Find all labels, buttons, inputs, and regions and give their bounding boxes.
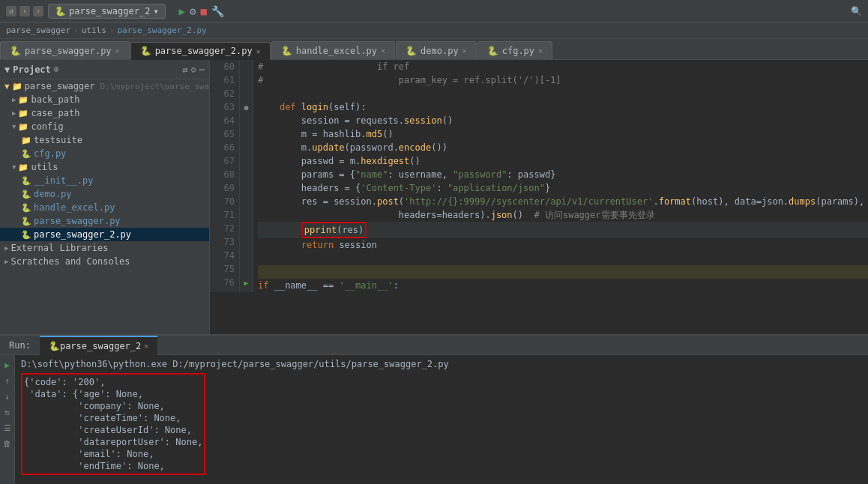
scroll-up-btn[interactable]: ↑	[1, 375, 13, 387]
tree-label: demo.py	[34, 189, 72, 199]
bottom-panel: Run: 🐍 parse_swagger_2 ✕ ▶ ↑ ↓ ⇆ ☰ 🗑 D:\…	[0, 334, 868, 484]
sidebar: ▼ Project ⊕ ⇄ ⚙ — ▼ 📁 parse_swagger D:\m…	[0, 60, 210, 334]
tree-parse-swagger-py[interactable]: 🐍 parse_swagger.py	[0, 214, 209, 228]
close-icon[interactable]: ✕	[538, 46, 543, 55]
code-line-73: return session	[258, 238, 868, 252]
tree-testsuite[interactable]: 📁 testsuite	[0, 133, 209, 147]
toolbar-icons: ▶ ⚙ ■ 🔧	[179, 5, 224, 17]
tree-handle-excel-py[interactable]: 🐍 handle_excel.py	[0, 201, 209, 214]
code-view: 60 61 62 63 64 65 66 67 68 69 70 71 72 7…	[210, 60, 868, 292]
tree-label: handle_excel.py	[34, 202, 115, 213]
trash-btn[interactable]: 🗑	[1, 438, 13, 450]
tb-forward[interactable]: ›	[33, 6, 43, 16]
tree-label: case_path	[31, 108, 79, 118]
tree-case-path[interactable]: ▶ 📁 case_path	[0, 106, 209, 120]
list-btn[interactable]: ☰	[1, 422, 13, 434]
code-line-70: res = session.post('http://{}:9999//sysc…	[258, 195, 868, 208]
tree-config[interactable]: ▼ 📁 config	[0, 120, 209, 133]
tree-root-path: D:\myproject\parse_swagger	[100, 82, 209, 91]
search-icon[interactable]: 🔍	[851, 6, 862, 16]
tb-refresh[interactable]: ↺	[6, 6, 16, 16]
code-line-68: params = {"name": username, "password": …	[258, 168, 868, 181]
close-icon[interactable]: ✕	[462, 46, 467, 55]
project-triangle: ▼	[4, 64, 10, 75]
file-icon: 🐍	[21, 230, 31, 240]
tree-init-py[interactable]: 🐍 __init__.py	[0, 174, 209, 187]
tab-parse-swagger[interactable]: 🐍 parse_swagger.py ✕	[0, 41, 130, 59]
folder-icon: 📁	[18, 95, 28, 105]
gutter: ● ▶	[240, 60, 253, 292]
close-icon[interactable]: ✕	[381, 46, 385, 55]
chevron-icon: ▼	[12, 163, 16, 171]
file-icon: 🐍	[21, 203, 31, 213]
tab-cfg[interactable]: 🐍 cfg.py ✕	[477, 41, 552, 59]
code-line-60: # if ref	[258, 60, 868, 73]
cmd-text: D:\soft\python36\python.exe D:/myproject…	[21, 359, 449, 369]
scroll-down-btn[interactable]: ↓	[1, 390, 13, 402]
tab-label: parse_swagger.py	[25, 46, 112, 56]
file-icon: 🐍	[21, 190, 31, 199]
minimize-icon[interactable]: —	[199, 64, 205, 75]
play-btn[interactable]: ▶	[1, 359, 13, 371]
tab-label: handle_excel.py	[296, 46, 377, 56]
folder-icon: 📁	[21, 136, 31, 145]
close-icon[interactable]: ✕	[144, 342, 148, 350]
chevron-icon: ▶	[4, 258, 8, 265]
tree-label: config	[31, 121, 63, 132]
tab-icon: 🐍	[406, 46, 417, 56]
tree-label: utils	[31, 162, 58, 172]
tree-scratches[interactable]: ▶ Scratches and Consoles	[0, 255, 209, 268]
settings-icon[interactable]: ⚙	[191, 64, 196, 75]
code-line-74	[258, 252, 868, 265]
tree-utils[interactable]: ▼ 📁 utils	[0, 160, 209, 174]
console-output[interactable]: D:\soft\python36\python.exe D:/myproject…	[15, 355, 868, 484]
output-box: {'code': '200', 'data': {'age': None, 'c…	[21, 373, 205, 475]
code-line-64: session = requests.session()	[258, 114, 868, 127]
project-header: ▼ Project ⊕ ⇄ ⚙ —	[0, 60, 209, 79]
title-tab[interactable]: 🐍 parse_swagger_2 ▾	[48, 4, 166, 19]
tree-back-path[interactable]: ▶ 📁 back_path	[0, 93, 209, 106]
tab-demo[interactable]: 🐍 demo.py ✕	[396, 41, 477, 59]
breadcrumb-file[interactable]: parse_swagger_2.py	[117, 25, 206, 35]
run-command: D:\soft\python36\python.exe D:/myproject…	[21, 358, 862, 370]
tree-cfg-py[interactable]: 🐍 cfg.py	[0, 147, 209, 160]
breadcrumb: parse_swagger › utils › parse_swagger_2.…	[0, 22, 868, 39]
file-icon: 🐍	[21, 149, 31, 159]
project-icon: ⊕	[54, 64, 59, 74]
code-line-67: passwd = m.hexdigest()	[258, 154, 868, 168]
tab-parse-swagger-2[interactable]: 🐍 parse_swagger_2.py ✕	[130, 42, 271, 60]
code-line-71: headers=headers).json() # 访问swagger需要事先登…	[258, 208, 868, 222]
close-icon[interactable]: ✕	[115, 46, 120, 55]
tree-label: parse_swagger_2.py	[34, 229, 131, 240]
editor-content[interactable]: 60 61 62 63 64 65 66 67 68 69 70 71 72 7…	[210, 60, 868, 334]
tb-back[interactable]: ‹	[19, 6, 30, 16]
tree-parse-swagger-2-py[interactable]: 🐍 parse_swagger_2.py	[0, 228, 209, 241]
title-bar-controls: ↺ ‹ ›	[6, 6, 43, 16]
folder-open-icon: 📁	[12, 82, 22, 91]
breadcrumb-root[interactable]: parse_swagger	[6, 25, 70, 35]
tree-label: back_path	[31, 94, 79, 105]
sync-icon[interactable]: ⇄	[182, 64, 187, 75]
tab-icon: 🐍	[10, 46, 21, 56]
run-sidebar: ▶ ↑ ↓ ⇆ ☰ 🗑	[0, 355, 15, 484]
stop-icon[interactable]: ■	[200, 5, 206, 17]
tree-demo-py[interactable]: 🐍 demo.py	[0, 187, 209, 201]
tab-label: cfg.py	[502, 46, 534, 56]
bottom-tab-icon: 🐍	[49, 341, 60, 351]
run-icon[interactable]: ▶	[179, 5, 185, 17]
tree-external-libs[interactable]: ▶ External Libraries	[0, 241, 209, 255]
chevron-icon: ▼	[12, 123, 16, 130]
bottom-tab-active[interactable]: 🐍 parse_swagger_2 ✕	[40, 336, 157, 355]
pprint-highlight: pprint(res)	[301, 222, 367, 238]
title-bar: ↺ ‹ › 🐍 parse_swagger_2 ▾ ▶ ⚙ ■ 🔧 🔍	[0, 0, 868, 22]
code-lines[interactable]: # if ref # param_key = ref.split('/')[-1…	[253, 60, 868, 292]
tree-root[interactable]: ▼ 📁 parse_swagger D:\myproject\parse_swa…	[0, 79, 209, 93]
close-icon[interactable]: ✕	[256, 47, 261, 55]
code-line-65: m = hashlib.md5()	[258, 127, 868, 141]
breadcrumb-utils[interactable]: utils	[82, 25, 106, 35]
build-icon[interactable]: ⚙	[190, 5, 196, 17]
wrap-btn[interactable]: ⇆	[1, 406, 13, 418]
tab-handle-excel[interactable]: 🐍 handle_excel.py ✕	[271, 41, 395, 59]
wrench-icon[interactable]: 🔧	[211, 5, 224, 17]
file-icon: 🐍	[21, 176, 31, 186]
